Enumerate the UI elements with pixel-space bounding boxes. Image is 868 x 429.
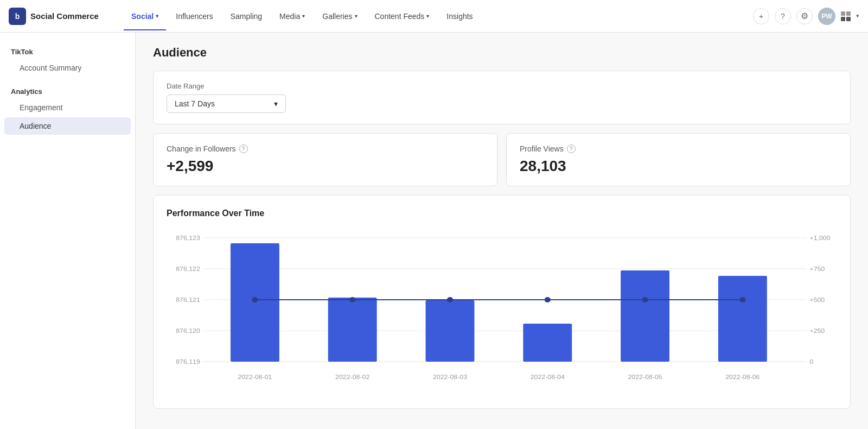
grid-sq [841,17,845,21]
logo[interactable]: b Social Commerce [9,8,106,25]
grid-sq [846,11,851,16]
svg-text:876,122: 876,122 [176,266,200,272]
change-in-followers-label: Change in Followers ? [167,144,484,153]
nav-insights[interactable]: Insights [439,8,480,25]
nav-links: Social ▾ Influencers Sampling Media ▾ Ga… [124,8,753,25]
svg-rect-16 [328,298,377,362]
chart-container: 876,123 876,122 876,121 876,120 876,119 … [167,227,837,395]
help-icon[interactable]: ? [567,144,576,153]
date-range-label: Date Range [167,82,837,90]
svg-rect-19 [621,270,669,362]
help-icon[interactable]: ? [239,144,248,153]
svg-text:876,119: 876,119 [176,358,200,365]
sidebar: TikTok Account Summary Analytics Engagem… [0,33,136,429]
svg-rect-20 [718,276,767,362]
svg-text:2022-08-04: 2022-08-04 [531,374,565,380]
date-range-card: Date Range Last 7 Days ▾ [153,71,851,124]
svg-text:+250: +250 [809,327,825,334]
chevron-down-icon: ▾ [355,13,358,19]
chevron-down-icon: ▾ [426,13,429,19]
logo-icon: b [9,8,26,25]
avatar[interactable]: PW [818,8,835,25]
svg-text:+1,000: +1,000 [809,235,831,241]
chevron-down-icon: ▾ [274,99,278,108]
svg-point-22 [349,297,355,302]
profile-views-value: 28,103 [520,157,837,175]
nav-galleries[interactable]: Galleries ▾ [315,8,365,25]
nav-influencers[interactable]: Influencers [168,8,220,25]
app-title: Social Commerce [30,11,99,21]
grid-sq [841,11,845,16]
svg-text:2022-08-02: 2022-08-02 [335,374,369,380]
chevron-down-icon: ▾ [156,13,158,19]
svg-rect-18 [523,324,572,362]
profile-views-card: Profile Views ? 28,103 [506,133,851,186]
grid-sq [846,17,851,21]
change-in-followers-card: Change in Followers ? +2,599 [153,133,497,186]
svg-text:876,123: 876,123 [176,235,200,241]
page-title: Audience [153,46,851,60]
svg-point-21 [252,297,258,302]
svg-point-23 [447,297,453,302]
svg-point-25 [642,297,648,302]
svg-point-24 [545,297,551,302]
chart-svg: 876,123 876,122 876,121 876,120 876,119 … [167,227,837,395]
main-content: Audience Date Range Last 7 Days ▾ Change… [136,33,868,429]
chart-card: Performance Over Time 876,123 876,122 87… [153,195,851,409]
help-button[interactable]: ? [775,8,791,24]
svg-text:876,121: 876,121 [176,296,200,303]
stats-row: Change in Followers ? +2,599 Profile Vie… [153,133,851,186]
nav-content-feeds[interactable]: Content Feeds ▾ [367,8,437,25]
svg-text:2022-08-03: 2022-08-03 [433,374,467,380]
chevron-down-icon: ▾ [302,13,305,19]
change-in-followers-value: +2,599 [167,157,484,175]
settings-button[interactable]: ⚙ [796,8,813,24]
sidebar-item-audience[interactable]: Audience [4,117,131,135]
date-range-value: Last 7 Days [175,99,215,108]
layout: TikTok Account Summary Analytics Engagem… [0,33,868,429]
nav-right: + ? ⚙ PW ▾ [753,8,859,25]
svg-text:2022-08-05: 2022-08-05 [628,374,662,380]
chevron-down-icon: ▾ [856,12,859,20]
svg-text:0: 0 [809,358,813,365]
svg-text:876,120: 876,120 [176,327,200,334]
nav-sampling[interactable]: Sampling [223,8,270,25]
sidebar-item-account-summary[interactable]: Account Summary [4,59,131,77]
svg-text:2022-08-01: 2022-08-01 [238,374,272,380]
profile-views-label: Profile Views ? [520,144,837,153]
svg-point-26 [739,297,745,302]
svg-text:+500: +500 [809,296,825,303]
top-nav: b Social Commerce Social ▾ Influencers S… [0,0,868,33]
add-button[interactable]: + [753,8,769,24]
sidebar-item-engagement[interactable]: Engagement [4,99,131,116]
sidebar-section-analytics[interactable]: Analytics [0,83,135,98]
svg-text:2022-08-06: 2022-08-06 [725,374,760,380]
nav-social[interactable]: Social ▾ [124,8,166,25]
svg-rect-17 [426,300,475,362]
sidebar-section-tiktok[interactable]: TikTok [0,43,135,58]
svg-text:+750: +750 [809,266,825,272]
grid-icon[interactable] [841,11,851,21]
nav-media[interactable]: Media ▾ [272,8,312,25]
chart-title: Performance Over Time [167,209,837,218]
date-range-select[interactable]: Last 7 Days ▾ [167,94,286,113]
